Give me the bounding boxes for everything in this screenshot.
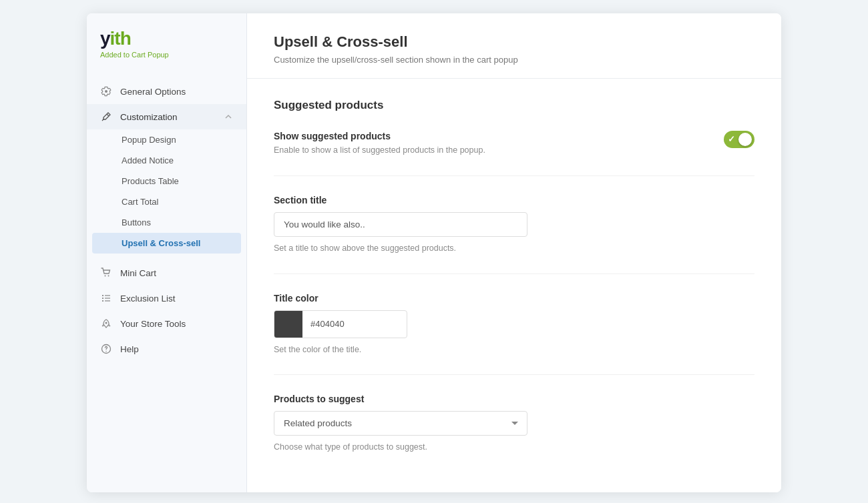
svg-point-0 <box>105 276 106 277</box>
subnav-added-notice-label: Added Notice <box>122 155 174 165</box>
sidebar-item-exclusion-list-label: Exclusion List <box>120 294 233 304</box>
subnav-item-buttons[interactable]: Buttons <box>87 212 246 233</box>
subnav-upsell-cross-sell-label: Upsell & Cross-sell <box>122 238 201 248</box>
sidebar-item-your-store-tools-label: Your Store Tools <box>120 319 233 329</box>
divider-2 <box>274 274 754 274</box>
section-title-label: Section title <box>274 195 754 205</box>
subnav-item-upsell-cross-sell[interactable]: Upsell & Cross-sell <box>92 233 241 254</box>
app-container: yith Added to Cart Popup General Options <box>87 13 781 492</box>
show-suggested-description: Enable to show a list of suggested produ… <box>274 144 724 157</box>
show-suggested-toggle[interactable]: ✓ <box>724 131 754 148</box>
sidebar-item-general-options-label: General Options <box>120 87 233 97</box>
brush-icon <box>100 111 112 123</box>
svg-rect-3 <box>102 298 103 299</box>
subnav-item-products-table[interactable]: Products Table <box>87 171 246 191</box>
subnav-cart-total-label: Cart Total <box>122 197 158 207</box>
section-title-description: Set a title to show above the suggested … <box>274 242 754 255</box>
title-color-description: Set the color of the title. <box>274 344 754 356</box>
list-icon <box>100 292 112 304</box>
sidebar-item-your-store-tools[interactable]: Your Store Tools <box>87 311 246 336</box>
page-title: Upsell & Cross-sell <box>274 33 754 51</box>
chevron-up-icon <box>224 112 233 121</box>
subnav-products-table-label: Products Table <box>122 176 179 186</box>
logo-y: y <box>100 28 110 49</box>
show-suggested-control: ✓ <box>724 131 754 148</box>
sidebar-item-help-label: Help <box>120 344 233 354</box>
setting-left-products-to-suggest: Products to suggest Related products Ups… <box>274 394 754 454</box>
subnav-item-cart-total[interactable]: Cart Total <box>87 191 246 212</box>
logo-subtitle: Added to Cart Popup <box>100 51 169 59</box>
page-subtitle: Customize the upsell/cross-sell section … <box>274 55 754 65</box>
setting-row-show-suggested: Show suggested products Enable to show a… <box>274 131 754 157</box>
products-to-suggest-label: Products to suggest <box>274 394 754 404</box>
subnav-item-added-notice[interactable]: Added Notice <box>87 150 246 171</box>
page-header: Upsell & Cross-sell Customize the upsell… <box>247 13 781 79</box>
color-picker <box>274 310 407 338</box>
cart-icon <box>100 267 112 279</box>
sidebar-item-exclusion-list[interactable]: Exclusion List <box>87 286 246 311</box>
products-to-suggest-select[interactable]: Related products Upsell products Cross-s… <box>274 411 527 436</box>
sidebar-item-general-options[interactable]: General Options <box>87 79 246 104</box>
setting-row-section-title: Section title Set a title to show above … <box>274 195 754 255</box>
setting-left-show-suggested: Show suggested products Enable to show a… <box>274 131 724 157</box>
divider-1 <box>274 175 754 176</box>
color-swatch[interactable] <box>274 311 302 338</box>
show-suggested-label: Show suggested products <box>274 131 724 141</box>
sidebar-item-mini-cart-label: Mini Cart <box>120 268 233 278</box>
svg-point-10 <box>105 351 106 352</box>
sidebar-nav: General Options Customization <box>87 79 246 479</box>
svg-point-1 <box>108 276 110 277</box>
toggle-check-icon: ✓ <box>728 134 735 144</box>
sidebar-item-mini-cart[interactable]: Mini Cart <box>87 260 246 286</box>
sidebar-logo: yith Added to Cart Popup <box>87 13 246 65</box>
gear-icon <box>100 85 112 97</box>
setting-row-products-to-suggest: Products to suggest Related products Ups… <box>274 394 754 454</box>
section-heading: Suggested products <box>274 99 754 112</box>
svg-point-8 <box>105 322 107 324</box>
sidebar-item-help[interactable]: Help <box>87 336 246 362</box>
sidebar-item-customization[interactable]: Customization <box>87 104 246 129</box>
color-hex-input[interactable] <box>302 319 407 329</box>
rocket-icon <box>100 318 112 330</box>
setting-row-title-color: Title color <box>274 293 754 356</box>
setting-left-section-title: Section title Set a title to show above … <box>274 195 754 255</box>
section-title-input[interactable] <box>274 212 527 237</box>
svg-rect-2 <box>102 295 103 296</box>
help-icon <box>100 343 112 355</box>
svg-rect-4 <box>102 300 103 302</box>
setting-left-title-color: Title color <box>274 293 754 356</box>
subnav-buttons-label: Buttons <box>122 217 151 227</box>
logo-ith: ith <box>110 28 131 49</box>
logo: yith <box>100 29 131 48</box>
subnav-item-popup-design[interactable]: Popup Design <box>87 129 246 150</box>
page-body: Suggested products Show suggested produc… <box>247 79 781 492</box>
sidebar: yith Added to Cart Popup General Options <box>87 13 247 492</box>
subnav-popup-design-label: Popup Design <box>122 135 176 145</box>
main-content: Upsell & Cross-sell Customize the upsell… <box>247 13 781 492</box>
divider-3 <box>274 374 754 375</box>
sidebar-item-customization-label: Customization <box>120 112 216 122</box>
title-color-label: Title color <box>274 293 754 304</box>
products-to-suggest-description: Choose what type of products to suggest. <box>274 441 754 454</box>
